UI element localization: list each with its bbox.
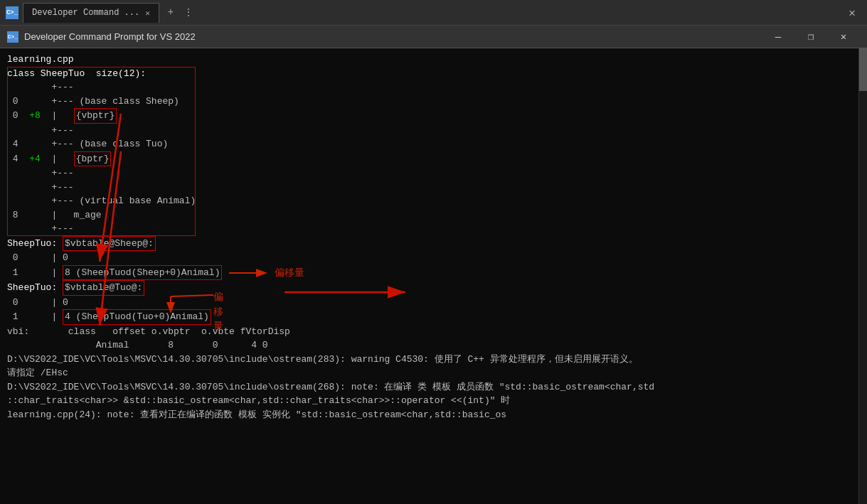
terminal-content: learning.cpp class SheepTuo size(12): +-… (0, 48, 867, 504)
tab-actions: + ⋮ (165, 5, 196, 20)
close-button[interactable]: ✕ (827, 26, 860, 48)
terminal-line: 4 +4 | {bptr} (7, 151, 196, 167)
restore-button[interactable]: ❐ (794, 26, 827, 48)
more-options-button[interactable]: ⋮ (181, 5, 196, 20)
inner-titlebar: C>_ Developer Command Prompt for VS 2022… (0, 26, 867, 48)
terminal-line: Animal 8 0 4 0 (7, 338, 860, 353)
terminal-line: 0 | 0 (7, 296, 860, 310)
terminal-line: 1 | 8 (SheepTuod(Sheep+0)Animal) (7, 265, 222, 281)
terminal-line: 请指定 /EHsc (7, 366, 860, 380)
terminal-line: D:\VS2022_IDE\VC\Tools\MSVC\14.30.30705\… (7, 353, 860, 367)
terminal-line: learning.cpp(24): note: 查看对正在编译的函数 模板 实例… (7, 408, 860, 422)
terminal-line: 0 +8 | {vbptr} (7, 108, 196, 124)
scrollbar[interactable] (858, 48, 867, 504)
active-tab[interactable]: Developer Command ... ✕ (23, 3, 159, 23)
terminal-line: D:\VS2022_IDE\VC\Tools\MSVC\14.30.30705\… (7, 380, 860, 395)
terminal-line: vbi: class offset o.vbptr o.vbte fVtorDi… (7, 325, 860, 339)
terminal-line: 8 | m_age (7, 208, 196, 222)
outer-titlebar: C>_ Developer Command ... ✕ + ⋮ ✕ (0, 0, 867, 26)
outer-app-icon: C>_ (6, 6, 18, 19)
vbptr-box: {vbptr} (74, 108, 117, 124)
terminal-line: +--- (7, 124, 196, 138)
arrow-icon-1 (229, 266, 272, 280)
terminal-line: SheepTuo: $vbtable@Tuo@: (7, 280, 860, 296)
window-controls: — ❐ ✕ (762, 26, 860, 48)
tab-close-icon[interactable]: ✕ (145, 9, 150, 18)
terminal-line: 1 | 4 (SheepTuod(Tuo+0)Animal) (7, 309, 211, 325)
terminal-line: +--- (7, 181, 196, 195)
terminal-line: 4 +--- (base class Tuo) (7, 137, 196, 151)
bptr-box: {bptr} (74, 151, 112, 167)
terminal-line: +--- (virtual base Animal) (7, 194, 196, 208)
terminal-line: 0 +--- (base class Sheep) (7, 95, 196, 109)
new-tab-button[interactable]: + (165, 5, 176, 20)
tab-title: Developer Command ... (32, 8, 139, 18)
inner-app-icon: C>_ (7, 31, 18, 43)
outer-close-button[interactable]: ✕ (843, 4, 861, 21)
scrollbar-thumb[interactable] (859, 48, 867, 91)
terminal-line: SheepTuo: $vbtable@Sheep@: (7, 236, 860, 252)
terminal-line: +--- (7, 80, 196, 95)
sheeptuod-tuo-box: 4 (SheepTuod(Tuo+0)Animal) (63, 309, 211, 325)
terminal-line: +--- (7, 222, 196, 236)
terminal-line: +--- (7, 166, 196, 181)
inner-window-title: Developer Command Prompt for VS 2022 (24, 31, 762, 42)
vbtable-tuo-box: $vbtable@Tuo@: (63, 280, 144, 296)
vbtable-sheep-box: $vbtable@Sheep@: (63, 236, 156, 252)
sheeptuod-sheep-box: 8 (SheepTuod(Sheep+0)Animal) (63, 265, 222, 281)
terminal-line: learning.cpp (7, 53, 860, 67)
terminal-line: class SheepTuo size(12): (7, 67, 196, 81)
annotation-label-1: 偏移量 (275, 265, 304, 279)
terminal-line: 0 | 0 (7, 251, 860, 265)
minimize-button[interactable]: — (762, 26, 794, 48)
terminal-line: ::char_traits<char>> &std::basic_ostream… (7, 394, 860, 408)
